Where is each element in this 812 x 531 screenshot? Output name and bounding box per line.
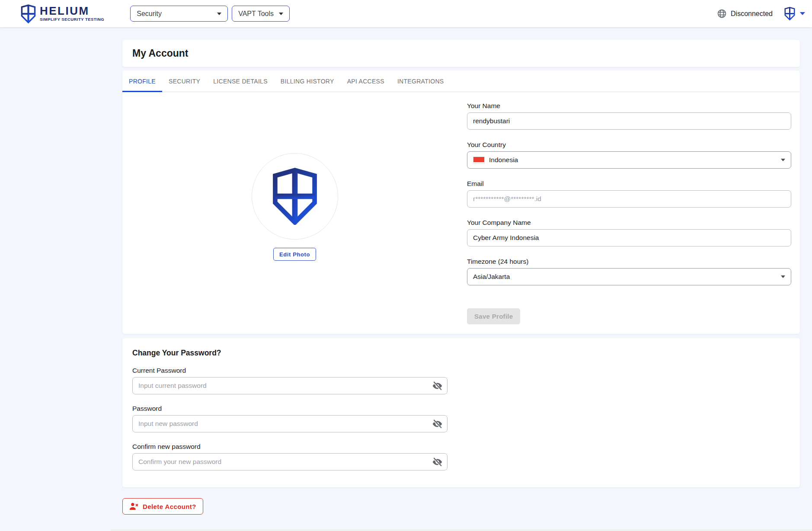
tab-integrations[interactable]: INTEGRATIONS: [391, 70, 451, 92]
tab-license-details[interactable]: LICENSE DETAILS: [207, 70, 274, 92]
profile-form: Your Name Your Country Indonesia Email: [467, 102, 791, 324]
delete-account-label: Delete Account?: [143, 503, 196, 510]
current-password-input[interactable]: [132, 377, 448, 394]
tab-billing-history[interactable]: BILLING HISTORY: [274, 70, 341, 92]
company-input[interactable]: [467, 229, 791, 246]
toggle-confirm-password-visibility-button[interactable]: [432, 457, 443, 467]
avatar-shield-icon: [272, 168, 318, 225]
toggle-new-password-visibility-button[interactable]: [432, 419, 443, 429]
brand-tagline: SIMPLIFY SECURITY TESTING: [40, 17, 104, 22]
timezone-select-value: Asia/Jakarta: [473, 273, 510, 281]
chevron-down-icon: [781, 159, 785, 161]
current-password-label: Current Password: [132, 367, 790, 374]
save-profile-button[interactable]: Save Profile: [467, 308, 520, 324]
eye-off-icon: [432, 381, 443, 391]
delete-account-button[interactable]: Delete Account?: [122, 498, 203, 515]
vapt-tools-dropdown[interactable]: VAPT Tools: [232, 6, 290, 22]
page-title-card: My Account: [122, 40, 800, 67]
account-card: PROFILE SECURITY LICENSE DETAILS BILLING…: [122, 70, 800, 334]
chevron-down-icon: [279, 13, 283, 15]
helium-brand-logo[interactable]: HELIUM SIMPLIFY SECURITY TESTING: [21, 4, 104, 23]
country-label: Your Country: [467, 141, 791, 149]
person-remove-icon: [129, 502, 139, 511]
email-input[interactable]: [467, 190, 791, 208]
name-input[interactable]: [467, 112, 791, 130]
toggle-current-password-visibility-button[interactable]: [432, 381, 443, 391]
account-tabs: PROFILE SECURITY LICENSE DETAILS BILLING…: [122, 70, 800, 92]
country-select[interactable]: Indonesia: [467, 151, 791, 169]
module-dropdown[interactable]: Security: [130, 6, 228, 22]
profile-tab-panel: Edit Photo Your Name Your Country Indone…: [122, 92, 800, 334]
chevron-down-icon: [781, 275, 785, 278]
tab-api-access[interactable]: API ACCESS: [341, 70, 391, 92]
chevron-down-icon: [217, 13, 221, 15]
email-label: Email: [467, 180, 791, 188]
change-password-title: Change Your Password?: [132, 349, 790, 358]
page-title: My Account: [132, 48, 189, 59]
connection-status: Disconnected: [731, 10, 773, 18]
globe-icon: [717, 9, 727, 19]
new-password-label: Password: [132, 405, 790, 413]
user-menu-chevron-down-icon[interactable]: [800, 12, 805, 15]
helium-shield-logo-icon: [21, 4, 36, 23]
name-label: Your Name: [467, 102, 791, 110]
flag-indonesia-icon: [473, 157, 485, 164]
profile-photo-column: Edit Photo: [122, 102, 467, 324]
confirm-password-label: Confirm new password: [132, 443, 790, 451]
timezone-label: Timezone (24 hours): [467, 258, 791, 266]
country-select-value: Indonesia: [489, 156, 518, 164]
tab-profile[interactable]: PROFILE: [122, 70, 162, 92]
timezone-select[interactable]: Asia/Jakarta: [467, 268, 791, 285]
confirm-password-input[interactable]: [132, 453, 448, 470]
new-password-input[interactable]: [132, 415, 448, 432]
change-password-card: Change Your Password? Current Password P…: [122, 338, 800, 487]
edit-photo-button[interactable]: Edit Photo: [273, 248, 316, 261]
module-dropdown-value: Security: [137, 10, 162, 18]
top-navbar: HELIUM SIMPLIFY SECURITY TESTING Securit…: [0, 0, 812, 27]
navbar-right-group: Disconnected: [717, 7, 805, 20]
page-footer: © 2025 - PT Global Inovasi Siber Indones…: [111, 529, 812, 531]
vapt-tools-dropdown-label: VAPT Tools: [238, 10, 274, 18]
tab-security[interactable]: SECURITY: [162, 70, 207, 92]
company-label: Your Company Name: [467, 219, 791, 227]
eye-off-icon: [432, 419, 443, 429]
brand-name: HELIUM: [40, 6, 104, 16]
avatar: [252, 153, 338, 240]
eye-off-icon: [432, 457, 443, 467]
main-content: My Account PROFILE SECURITY LICENSE DETA…: [122, 40, 800, 515]
user-menu-shield-icon[interactable]: [784, 7, 795, 20]
